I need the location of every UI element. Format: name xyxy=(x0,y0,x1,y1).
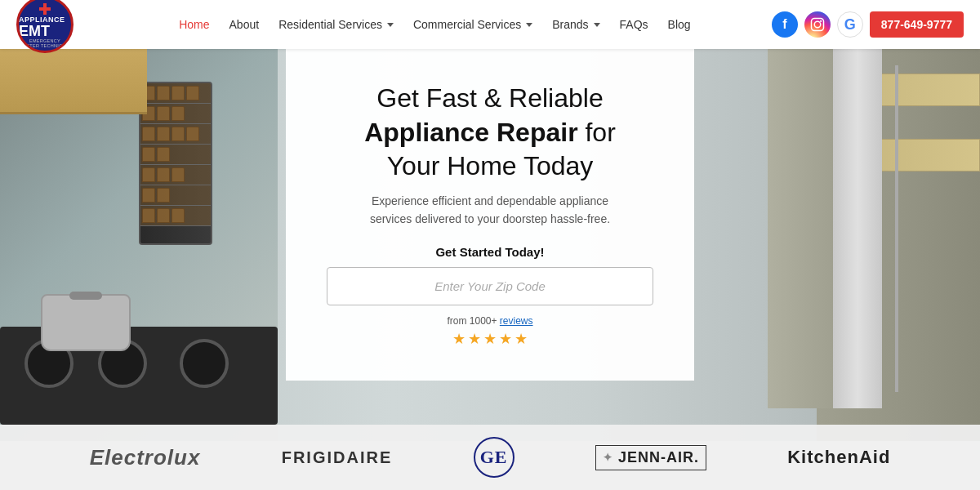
nav-commercial[interactable]: Commercial Services xyxy=(405,13,541,36)
google-icon[interactable]: G xyxy=(837,11,863,38)
shelf xyxy=(866,139,980,172)
wine-shelf xyxy=(140,83,211,104)
star-5: ★ xyxy=(514,330,528,348)
wine-shelf xyxy=(140,165,211,185)
nav-blog[interactable]: Blog xyxy=(660,13,699,36)
logo[interactable]: APPLIANCE EMT EMERGENCY MASTER TECHNICIA… xyxy=(16,0,74,53)
reviews-text: from 1000+ reviews xyxy=(447,315,532,327)
zip-input-wrapper xyxy=(327,267,653,305)
navbar: APPLIANCE EMT EMERGENCY MASTER TECHNICIA… xyxy=(0,0,980,49)
hero-subtext: Experience efficient and dependable appl… xyxy=(351,192,629,229)
wine-shelf xyxy=(140,145,211,165)
phone-button[interactable]: 877-649-9777 xyxy=(870,11,964,38)
reviews-section: from 1000+ reviews ★ ★ ★ ★ ★ xyxy=(447,315,532,348)
logo-text-bottom: EMERGENCY MASTER TECHNICIAN xyxy=(19,38,71,48)
star-rating: ★ ★ ★ ★ ★ xyxy=(452,330,528,348)
brand-kitchenaid[interactable]: KitchenAid xyxy=(787,447,890,468)
logo-circle: APPLIANCE EMT EMERGENCY MASTER TECHNICIA… xyxy=(16,0,74,53)
reviews-link[interactable]: reviews xyxy=(500,315,533,327)
nav-faqs[interactable]: FAQs xyxy=(612,13,657,36)
svg-marker-0 xyxy=(39,3,51,15)
fridge-handle-left xyxy=(833,49,882,408)
nav-residential[interactable]: Residential Services xyxy=(270,13,402,36)
nav-links: Home About Residential Services Commerci… xyxy=(98,13,772,36)
facebook-icon[interactable]: f xyxy=(772,11,798,38)
headline-part1: Get Fast & Reliable xyxy=(376,83,603,113)
hero-card: Get Fast & Reliable Appliance Repair for… xyxy=(286,49,694,381)
instagram-svg xyxy=(810,17,825,32)
wine-shelf xyxy=(140,185,211,206)
instagram-icon[interactable] xyxy=(804,11,831,38)
brand-jennair[interactable]: ✦ JENN-AIR. xyxy=(595,445,706,470)
brands-bar: Electrolux FRIGIDAIRE GE ✦ JENN-AIR. Kit… xyxy=(0,425,980,490)
fridge-handle xyxy=(895,65,898,392)
nav-about[interactable]: About xyxy=(221,13,268,36)
svg-point-2 xyxy=(814,21,821,28)
upper-cabinet-left xyxy=(0,49,147,114)
brand-electrolux[interactable]: Electrolux xyxy=(90,445,201,470)
star-3: ★ xyxy=(483,330,497,348)
brand-frigidaire[interactable]: FRIGIDAIRE xyxy=(282,448,393,467)
nav-right: f G 877-649-9777 xyxy=(772,11,964,38)
zip-input[interactable] xyxy=(327,267,653,305)
star-2: ★ xyxy=(468,330,481,348)
pot-handle xyxy=(69,292,102,300)
cta-label: Get Started Today! xyxy=(435,245,544,259)
wine-shelf xyxy=(140,124,211,145)
wine-shelf xyxy=(140,104,211,124)
brand-ge[interactable]: GE xyxy=(474,437,514,478)
hero-headline: Get Fast & Reliable Appliance Repair for… xyxy=(364,82,616,184)
wine-fridge xyxy=(139,82,212,245)
wine-shelf xyxy=(140,206,211,226)
cooking-pot xyxy=(41,294,131,351)
burner xyxy=(180,339,229,388)
reviews-prefix: from 1000+ xyxy=(447,315,497,327)
nav-home[interactable]: Home xyxy=(171,13,217,36)
logo-cross-icon xyxy=(39,3,51,15)
chevron-down-icon xyxy=(526,23,532,27)
star-1: ★ xyxy=(452,330,466,348)
logo-emt-text: EMT xyxy=(19,24,71,38)
chevron-down-icon xyxy=(387,23,394,27)
chevron-down-icon xyxy=(594,23,600,27)
nav-brands[interactable]: Brands xyxy=(544,13,608,36)
svg-rect-1 xyxy=(811,19,823,31)
svg-point-3 xyxy=(820,20,822,22)
star-4: ★ xyxy=(499,330,512,348)
headline-bold: Appliance Repair xyxy=(364,118,577,147)
